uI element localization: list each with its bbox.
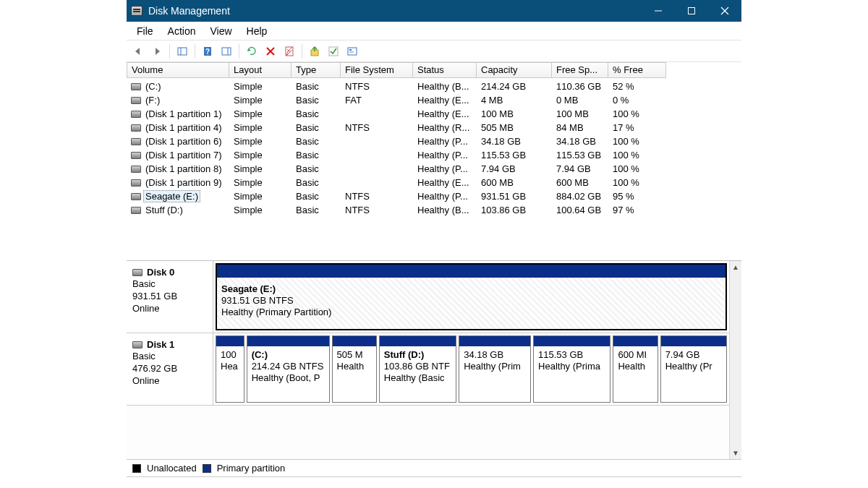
column-status[interactable]: Status <box>413 62 477 78</box>
partition-stripe <box>613 336 657 346</box>
volume-capacity: 4 MB <box>477 95 552 106</box>
window-title: Disk Management <box>148 5 230 17</box>
column-layout[interactable]: Layout <box>229 62 292 78</box>
volume-row[interactable]: Seagate (E:)SimpleBasicNTFSHealthy (P...… <box>127 189 741 203</box>
close-button[interactable] <box>708 0 741 22</box>
column-free-space[interactable]: Free Sp... <box>552 62 608 78</box>
svg-rect-1 <box>689 8 695 14</box>
column-percent-free[interactable]: % Free <box>608 62 666 78</box>
svg-rect-14 <box>329 47 338 56</box>
volume-fs: NTFS <box>341 191 413 202</box>
partition[interactable]: (C:)214.24 GB NTFSHealthy (Boot, P <box>247 335 330 403</box>
help-button[interactable]: ? <box>199 43 216 60</box>
partition-stripe <box>333 336 376 346</box>
volume-free: 100 MB <box>552 108 608 119</box>
scroll-down-icon[interactable]: ▼ <box>730 447 741 459</box>
volume-row[interactable]: (C:)SimpleBasicNTFSHealthy (B...214.24 G… <box>127 80 741 93</box>
partition-size: 214.24 GB NTFS <box>252 361 325 372</box>
partition-size: 100 <box>221 349 239 361</box>
show-hide-console-tree-button[interactable] <box>174 43 191 60</box>
partition[interactable]: 7.94 GBHealthy (Pr <box>660 335 727 403</box>
partition[interactable]: 100Hea <box>216 335 244 403</box>
partition-size: 103.86 GB NTF <box>384 361 451 372</box>
disk-icon <box>131 193 141 200</box>
volume-status: Healthy (E... <box>413 95 477 106</box>
partition-stripe <box>247 336 329 346</box>
more-actions-1-button[interactable] <box>306 43 323 60</box>
volume-pct: 52 % <box>608 81 666 92</box>
vertical-scrollbar[interactable]: ▲ ▼ <box>729 261 741 459</box>
column-type[interactable]: Type <box>292 62 341 78</box>
volume-fs: NTFS <box>341 122 413 133</box>
maximize-button[interactable] <box>675 0 708 22</box>
volume-type: Basic <box>292 205 341 215</box>
disk-row: Disk 1Basic476.92 GBOnline100Hea(C:)214.… <box>127 333 729 406</box>
volume-name: (Disk 1 partition 6) <box>145 136 221 147</box>
refresh-button[interactable] <box>243 43 260 60</box>
volume-row[interactable]: (Disk 1 partition 4)SimpleBasicNTFSHealt… <box>127 121 741 134</box>
back-button[interactable] <box>129 43 147 60</box>
column-capacity[interactable]: Capacity <box>477 62 552 78</box>
volume-pct: 100 % <box>608 108 666 119</box>
volume-layout: Simple <box>229 122 292 133</box>
volume-status: Healthy (R... <box>413 122 477 133</box>
volume-layout: Simple <box>229 136 292 147</box>
legend-swatch-unallocated <box>132 464 141 473</box>
volume-row[interactable]: (Disk 1 partition 6)SimpleBasicHealthy (… <box>127 134 741 148</box>
disk-icon <box>131 207 141 214</box>
volume-row[interactable]: (Disk 1 partition 1)SimpleBasicHealthy (… <box>127 107 741 121</box>
volume-pct: 97 % <box>608 205 666 215</box>
partition[interactable]: 34.18 GBHealthy (Prim <box>459 335 531 403</box>
partition[interactable]: 505 MHealth <box>332 335 377 403</box>
menu-view[interactable]: View <box>203 23 239 39</box>
volume-layout: Simple <box>229 191 292 202</box>
volume-status: Healthy (B... <box>413 205 477 215</box>
minimize-button[interactable] <box>642 0 675 22</box>
more-actions-2-button[interactable] <box>325 43 342 60</box>
volume-name: (Disk 1 partition 9) <box>145 177 221 188</box>
partition-size: 600 MI <box>618 349 652 361</box>
disk-icon <box>131 152 141 159</box>
volume-pct: 17 % <box>608 122 666 133</box>
volume-name: (Disk 1 partition 7) <box>145 150 221 160</box>
properties-button[interactable] <box>281 43 298 60</box>
volume-type: Basic <box>292 81 341 92</box>
partition-status: Healthy (Pr <box>665 361 722 372</box>
disk-partitions: 100Hea(C:)214.24 GB NTFSHealthy (Boot, P… <box>213 333 729 405</box>
delete-button[interactable] <box>262 43 279 60</box>
menu-file[interactable]: File <box>129 23 161 39</box>
volume-type: Basic <box>292 191 341 202</box>
partition-status: Hea <box>221 361 239 372</box>
partition-size: 115.53 GB <box>538 349 605 361</box>
forward-button[interactable] <box>148 43 166 60</box>
menu-action[interactable]: Action <box>161 23 203 39</box>
volume-row[interactable]: (Disk 1 partition 9)SimpleBasicHealthy (… <box>127 176 741 189</box>
volume-capacity: 100 MB <box>477 108 552 119</box>
partition[interactable]: 115.53 GBHealthy (Prima <box>533 335 610 403</box>
app-icon <box>131 6 142 16</box>
volume-free: 100.64 GB <box>552 205 608 215</box>
volume-status: Healthy (P... <box>413 136 477 147</box>
volume-row[interactable]: (Disk 1 partition 7)SimpleBasicHealthy (… <box>127 148 741 162</box>
partition[interactable]: Seagate (E:)931.51 GB NTFSHealthy (Prima… <box>216 263 727 330</box>
graphical-disk-pane: Disk 0Basic931.51 GBOnlineSeagate (E:)93… <box>127 261 741 459</box>
volume-row[interactable]: Stuff (D:)SimpleBasicNTFSHealthy (B...10… <box>127 203 741 217</box>
partition[interactable]: 600 MIHealth <box>613 335 658 403</box>
volume-layout: Simple <box>229 205 292 215</box>
volume-capacity: 505 MB <box>477 122 552 133</box>
volume-row[interactable]: (F:)SimpleBasicFATHealthy (E...4 MB0 MB0… <box>127 93 741 107</box>
partition[interactable]: Stuff (D:)103.86 GB NTFHealthy (Basic <box>379 335 456 403</box>
show-hide-action-pane-button[interactable] <box>218 43 235 60</box>
volume-capacity: 34.18 GB <box>477 136 552 147</box>
column-volume[interactable]: Volume <box>127 62 229 78</box>
column-file-system[interactable]: File System <box>341 62 413 78</box>
volume-fs: FAT <box>341 95 413 106</box>
volume-row[interactable]: (Disk 1 partition 8)SimpleBasicHealthy (… <box>127 162 741 176</box>
disk-info[interactable]: Disk 0Basic931.51 GBOnline <box>127 261 213 333</box>
more-actions-3-button[interactable] <box>344 43 361 60</box>
partition-title: (C:) <box>252 349 325 361</box>
volume-name: (Disk 1 partition 1) <box>145 108 221 119</box>
disk-info[interactable]: Disk 1Basic476.92 GBOnline <box>127 333 213 405</box>
scroll-up-icon[interactable]: ▲ <box>730 261 741 273</box>
menu-help[interactable]: Help <box>239 23 275 39</box>
